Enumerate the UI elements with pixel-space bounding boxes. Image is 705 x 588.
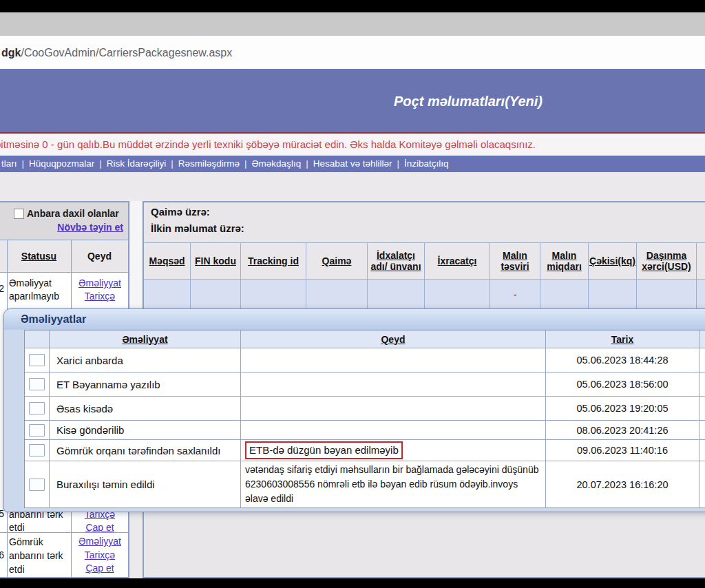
date-cell: 05.06.2023 19:20:05 bbox=[546, 397, 699, 421]
data-cell-dash: - bbox=[490, 280, 540, 310]
column-header-status[interactable]: Statusu bbox=[21, 251, 56, 262]
url-text: dgk/CooGovAdmin/CarriersPackagesnew.aspx bbox=[1, 47, 232, 59]
menu-item-emekdasliq[interactable]: Əməkdaşlıq bbox=[251, 158, 301, 169]
column-header-extra bbox=[699, 330, 705, 348]
row-number: 2 bbox=[0, 283, 4, 294]
note-cell bbox=[241, 372, 546, 397]
operation-link[interactable]: Əməliyyat bbox=[72, 277, 128, 290]
warning-text: bitməsinə 0 - gün qalıb.Bu müddət ərzind… bbox=[0, 138, 536, 150]
row-checkbox[interactable] bbox=[29, 378, 45, 390]
operation-cell: ET Bəyannamə yazılıb bbox=[50, 372, 241, 397]
note-cell bbox=[241, 421, 546, 440]
status-text: Gömrük anbarını tərk etdi bbox=[9, 535, 72, 576]
data-cell bbox=[540, 280, 589, 310]
print-link[interactable]: Çap et bbox=[72, 562, 128, 576]
data-cell bbox=[637, 280, 697, 310]
menu-separator: | bbox=[397, 158, 399, 169]
history-link[interactable]: Tarixçə bbox=[72, 290, 128, 303]
row-checkbox[interactable] bbox=[29, 424, 45, 437]
column-header-malin-tesviri[interactable]: Malın təsviri bbox=[490, 250, 540, 272]
note-cell bbox=[241, 348, 546, 372]
column-header-note[interactable]: Qeyd bbox=[381, 334, 405, 345]
operation-cell: Əsas kisədə bbox=[50, 397, 241, 421]
data-cell bbox=[191, 280, 241, 310]
modal-title: Əməliyyatlar bbox=[4, 309, 705, 330]
operation-cell: Kisə göndərilib bbox=[50, 421, 241, 440]
column-header-date[interactable]: Tarix bbox=[611, 334, 633, 345]
date-cell: 20.07.2023 16:16:20 bbox=[546, 461, 699, 508]
initial-info-heading: İlkin məlumat üzrə: bbox=[151, 222, 244, 234]
operation-link[interactable]: Əməliyyat bbox=[72, 535, 128, 549]
column-header-note: Qeyd bbox=[87, 251, 112, 262]
data-cell bbox=[306, 280, 368, 310]
extra-cell bbox=[699, 461, 705, 508]
menu-item-hesabat[interactable]: Hesabat və təhlillər bbox=[313, 158, 392, 169]
top-black-bar bbox=[0, 0, 705, 12]
extra-cell bbox=[699, 397, 705, 421]
date-cell: 09.06.2023 11:40:16 bbox=[546, 440, 699, 461]
menu-item-inzibatciliq[interactable]: İnzibatçılıq bbox=[404, 158, 449, 169]
page-header: Poçt məlumatları(Yeni) bbox=[0, 69, 705, 132]
column-header-meqsed[interactable]: Məqsəd bbox=[147, 255, 186, 266]
row-checkbox[interactable] bbox=[29, 354, 45, 366]
warning-banner: bitməsinə 0 - gün qalıb.Bu müddət ərzind… bbox=[0, 132, 705, 156]
column-header-idxalatci[interactable]: İdxalatçı adı/ ünvanı bbox=[368, 250, 424, 272]
note-cell bbox=[241, 397, 546, 421]
panel-gap bbox=[130, 201, 142, 308]
column-header-fin-kodu[interactable]: FIN kodu bbox=[193, 255, 238, 266]
table-row-cell bbox=[25, 461, 50, 508]
menu-item-0[interactable]: tları bbox=[1, 158, 17, 169]
row-checkbox[interactable] bbox=[29, 479, 45, 491]
menu-separator: | bbox=[244, 158, 247, 169]
url-domain-part: dgk bbox=[1, 47, 21, 59]
browser-toolbar bbox=[0, 12, 705, 36]
menu-item-resmilesdirme[interactable]: Rəsmiləşdirmə bbox=[178, 158, 240, 169]
column-header-ixracatci[interactable]: İxracatçı bbox=[436, 255, 478, 266]
row-checkbox[interactable] bbox=[29, 444, 45, 456]
note-cell: ETB-də düzgün bəyan edilməyib bbox=[241, 440, 546, 461]
url-path-part: /CooGovAdmin/CarriersPackagesnew.aspx bbox=[21, 47, 232, 59]
column-header-cekisi[interactable]: Çəkisi(kq) bbox=[588, 255, 637, 266]
operation-cell: Gömrük orqanı tərəfindən saxlanıldı bbox=[50, 440, 241, 461]
operations-modal: Əməliyyatlar Əməliyyat Qeyd Tarix Xarici… bbox=[3, 308, 705, 512]
menu-item-risk-idareciliyi[interactable]: Risk İdarəçiliyi bbox=[107, 158, 166, 169]
warehouse-checkbox[interactable] bbox=[14, 209, 24, 219]
warehouse-checkbox-label: Anbara daxil olanlar bbox=[27, 208, 119, 219]
table-row-cell bbox=[25, 348, 50, 372]
data-cell bbox=[589, 280, 637, 310]
status-text: Əməliyyat aparılmayıb bbox=[9, 277, 72, 303]
row-divider bbox=[0, 532, 128, 533]
row-checkbox[interactable] bbox=[29, 402, 45, 414]
extra-cell bbox=[699, 372, 705, 397]
data-cell bbox=[425, 280, 490, 310]
date-cell: 05.06.2023 18:56:00 bbox=[546, 372, 699, 397]
data-cell bbox=[144, 280, 191, 310]
table-row-cell bbox=[25, 421, 50, 440]
invoice-heading: Qaimə üzrə: bbox=[151, 206, 210, 218]
column-header-checkbox bbox=[25, 330, 50, 348]
column-header-tracking-id[interactable]: Tracking id bbox=[246, 255, 300, 266]
column-header-dasinma-xerci[interactable]: Daşınma xərci(USD) bbox=[637, 250, 696, 272]
operations-table: Əməliyyat Qeyd Tarix Xarici anbarda 05.0… bbox=[24, 330, 705, 508]
menu-separator: | bbox=[171, 158, 173, 169]
data-cell bbox=[368, 280, 425, 310]
date-cell: 08.06.2023 20:41:26 bbox=[546, 421, 699, 440]
note-cell: vətəndaş sifariş etdiyi məhsulların bir … bbox=[241, 461, 546, 508]
browser-url-bar[interactable]: dgk/CooGovAdmin/CarriersPackagesnew.aspx bbox=[0, 36, 705, 70]
column-header-extra bbox=[697, 242, 705, 280]
queue-assign-link[interactable]: Növbə təyin et bbox=[57, 222, 123, 233]
status-table-header: Statusu Qeyd bbox=[0, 240, 128, 273]
table-row-cell bbox=[25, 440, 50, 461]
history-link[interactable]: Tarixçə bbox=[72, 549, 128, 563]
menu-separator: | bbox=[306, 158, 308, 169]
column-header-malin-miqdari[interactable]: Malın miqdarı bbox=[540, 250, 588, 272]
date-cell: 05.06.2023 18:44:28 bbox=[546, 348, 699, 372]
extra-cell bbox=[699, 348, 705, 372]
highlighted-note: ETB-də düzgün bəyan edilməyib bbox=[245, 441, 403, 459]
column-header-operation[interactable]: Əməliyyat bbox=[122, 334, 167, 345]
row-number: 6 bbox=[0, 549, 4, 560]
data-cell bbox=[697, 280, 705, 310]
extra-cell bbox=[699, 440, 705, 461]
column-header-qaime[interactable]: Qaimə bbox=[321, 255, 353, 266]
menu-item-huquqpozmalar[interactable]: Hüquqpozmalar bbox=[29, 158, 94, 169]
